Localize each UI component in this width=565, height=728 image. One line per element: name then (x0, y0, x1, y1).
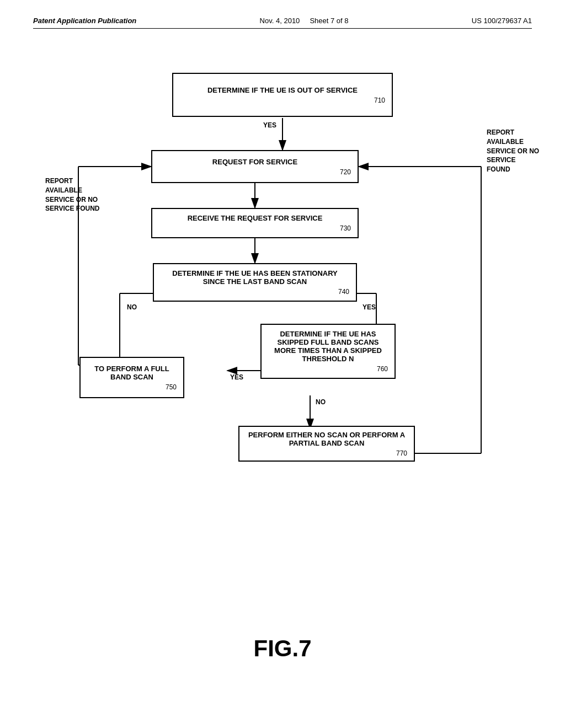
box-750-num: 750 (166, 383, 177, 391)
box-760-label: DETERMINE IF THE UE HAS SKIPPED FULL BAN… (268, 330, 388, 363)
header-publication: Patent Application Publication (33, 17, 136, 25)
left-side-text: REPORTAVAILABLESERVICE OR NOSERVICE FOUN… (45, 176, 100, 213)
box-710: DETERMINE IF THE UE IS OUT OF SERVICE 71… (172, 73, 393, 117)
box-770-num: 770 (396, 449, 407, 457)
header-sheet: Sheet 7 of 8 (310, 17, 348, 25)
box-710-label: DETERMINE IF THE UE IS OUT OF SERVICE (207, 86, 358, 94)
box-770: PERFORM EITHER NO SCAN OR PERFORM A PART… (238, 426, 415, 462)
box-730: RECEIVE THE REQUEST FOR SERVICE 730 (151, 208, 359, 238)
yes-label-3: YES (230, 373, 243, 381)
box-750: TO PERFORM A FULL BAND SCAN 750 (79, 357, 184, 398)
page: Patent Application Publication Nov. 4, 2… (0, 0, 565, 728)
fig-label: FIG.7 (33, 635, 532, 662)
no-label-2: NO (316, 398, 326, 406)
yes-label-2: YES (363, 303, 376, 311)
diagram-area: DETERMINE IF THE UE IS OUT OF SERVICE 71… (45, 40, 520, 619)
box-760: DETERMINE IF THE UE HAS SKIPPED FULL BAN… (260, 324, 396, 379)
box-720-label: REQUEST FOR SERVICE (212, 158, 297, 166)
box-740-num: 740 (338, 288, 349, 296)
header-date: Nov. 4, 2010 (260, 17, 300, 25)
box-770-label: PERFORM EITHER NO SCAN OR PERFORM A PART… (246, 431, 407, 447)
box-730-label: RECEIVE THE REQUEST FOR SERVICE (188, 214, 323, 222)
page-header: Patent Application Publication Nov. 4, 2… (33, 17, 532, 29)
box-760-num: 760 (377, 365, 388, 373)
box-740: DETERMINE IF THE UE HAS BEEN STATIONARY … (153, 263, 357, 302)
yes-label-1: YES (263, 121, 276, 129)
box-720: REQUEST FOR SERVICE 720 (151, 150, 359, 183)
header-date-sheet: Nov. 4, 2010 Sheet 7 of 8 (260, 17, 349, 25)
header-patent-number: US 100/279637 A1 (472, 17, 532, 25)
no-label-1: NO (127, 303, 137, 311)
box-720-num: 720 (340, 168, 351, 176)
box-750-label: TO PERFORM A FULL BAND SCAN (87, 365, 177, 381)
box-740-label: DETERMINE IF THE UE HAS BEEN STATIONARY … (161, 269, 349, 286)
box-730-num: 730 (340, 224, 351, 232)
right-side-text: REPORTAVAILABLESERVICE OR NOSERVICEFOUND (487, 128, 542, 174)
box-710-num: 710 (374, 97, 385, 104)
